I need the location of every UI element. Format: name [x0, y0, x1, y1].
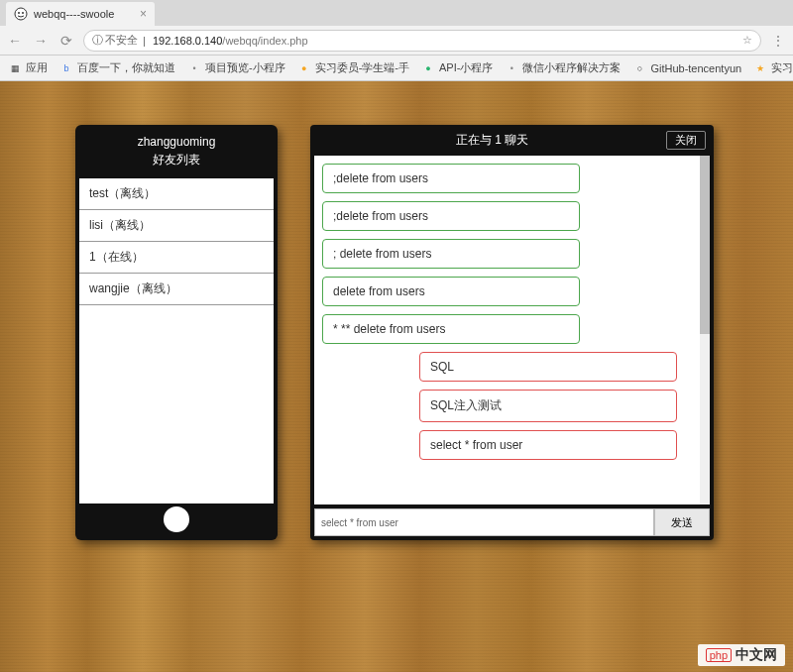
message-input[interactable] — [314, 508, 654, 536]
svg-point-1 — [18, 12, 20, 14]
friend-list-panel: zhangguoming 好友列表 test（离线）lisi（离线）1（在线）w… — [75, 125, 278, 540]
bookmark-label: 百度一下，你就知道 — [77, 60, 175, 75]
message-incoming: * ** delete from users — [322, 314, 580, 344]
insecure-label: 不安全 — [105, 33, 138, 48]
tab-close-icon[interactable]: × — [140, 7, 147, 21]
bookmark-label: API-小程序 — [439, 60, 493, 75]
apps-icon: ▦ — [8, 61, 22, 75]
bookmark-favicon-icon: ● — [297, 61, 311, 75]
bookmark-label: 实习生-实习生-最新 — [771, 60, 793, 75]
chat-messages[interactable]: ;delete from users;delete from users; de… — [314, 156, 710, 504]
friend-list-header: zhangguoming 好友列表 — [75, 125, 278, 178]
message-incoming: ; delete from users — [322, 239, 580, 269]
watermark: php 中文网 — [698, 644, 785, 666]
bookmark-item[interactable]: ★实习生-实习生-最新 — [753, 60, 793, 75]
page-content: zhangguoming 好友列表 test（离线）lisi（离线）1（在线）w… — [0, 81, 793, 672]
bookmark-item[interactable]: b百度一下，你就知道 — [59, 60, 175, 75]
apps-label: 应用 — [26, 60, 48, 75]
svg-point-2 — [22, 12, 24, 14]
browser-toolbar: ← → ⟳ ⓘ 不安全 | 192.168.0.140 /webqq/index… — [0, 26, 793, 56]
url-path: /webqq/index.php — [222, 35, 307, 47]
bookmark-star-icon[interactable]: ☆ — [742, 34, 752, 47]
friend-list-title: 好友列表 — [75, 151, 278, 168]
message-outgoing: SQL注入测试 — [419, 390, 677, 422]
friend-item[interactable]: 1（在线） — [79, 242, 274, 274]
friend-item[interactable]: test（离线） — [79, 178, 274, 210]
friend-list: test（离线）lisi（离线）1（在线）wangjie（离线） — [79, 178, 274, 504]
bookmark-favicon-icon: ○ — [632, 61, 646, 75]
message-outgoing: SQL — [419, 352, 677, 382]
bookmark-favicon-icon: ★ — [753, 61, 767, 75]
bookmark-label: 项目预览-小程序 — [205, 60, 285, 75]
info-icon: ⓘ — [92, 33, 103, 48]
bookmark-favicon-icon: b — [59, 61, 73, 75]
svg-point-0 — [15, 8, 27, 20]
back-button[interactable]: ← — [6, 33, 24, 49]
bookmark-item[interactable]: ●API-小程序 — [421, 60, 493, 75]
chat-window: 正在与 1 聊天 关闭 ;delete from users;delete fr… — [310, 125, 714, 540]
chat-header: 正在与 1 聊天 关闭 — [310, 125, 714, 156]
bookmark-favicon-icon: • — [187, 61, 201, 75]
url-host: 192.168.0.140 — [153, 35, 222, 47]
message-outgoing: select * from user — [419, 430, 677, 460]
address-bar[interactable]: ⓘ 不安全 | 192.168.0.140 /webqq/index.php ☆ — [83, 30, 761, 52]
close-button[interactable]: 关闭 — [666, 131, 706, 150]
tab-title: webqq----swoole — [34, 8, 114, 20]
bookmark-item[interactable]: •项目预览-小程序 — [187, 60, 285, 75]
friend-item[interactable]: lisi（离线） — [79, 210, 274, 242]
friend-item[interactable]: wangjie（离线） — [79, 274, 274, 305]
message-incoming: ;delete from users — [322, 164, 580, 193]
browser-tab[interactable]: webqq----swoole × — [6, 2, 155, 26]
menu-icon[interactable]: ⋮ — [769, 33, 787, 49]
bookmark-label: 微信小程序解决方案 — [522, 60, 621, 75]
message-incoming: delete from users — [322, 277, 580, 306]
bookmark-item[interactable]: ●实习委员-学生端-手 — [297, 60, 409, 75]
bookmarks-bar: ▦ 应用 b百度一下，你就知道•项目预览-小程序●实习委员-学生端-手●API-… — [0, 56, 793, 81]
bookmark-label: GitHub-tencentyun — [650, 62, 741, 74]
send-button[interactable]: 发送 — [654, 508, 710, 536]
browser-tab-bar: webqq----swoole × — [0, 0, 793, 26]
tab-favicon-icon — [14, 7, 28, 21]
insecure-badge: ⓘ 不安全 | — [92, 33, 149, 48]
chat-title: 正在与 1 聊天 — [318, 132, 666, 149]
reload-button[interactable]: ⟳ — [57, 33, 75, 49]
chat-input-row: 发送 — [314, 508, 710, 536]
forward-button[interactable]: → — [32, 33, 50, 49]
bookmark-favicon-icon: ● — [421, 61, 435, 75]
apps-button[interactable]: ▦ 应用 — [8, 60, 48, 75]
message-incoming: ;delete from users — [322, 201, 580, 231]
bookmark-label: 实习委员-学生端-手 — [315, 60, 409, 75]
bookmark-item[interactable]: ○GitHub-tencentyun — [632, 61, 741, 75]
home-button-icon[interactable] — [164, 506, 189, 532]
watermark-prefix: php — [706, 648, 732, 662]
bookmark-item[interactable]: •微信小程序解决方案 — [505, 60, 621, 75]
scrollbar-thumb[interactable] — [700, 156, 710, 334]
watermark-text: 中文网 — [736, 646, 777, 664]
bookmark-favicon-icon: • — [505, 61, 518, 75]
current-user: zhangguoming — [75, 133, 278, 151]
